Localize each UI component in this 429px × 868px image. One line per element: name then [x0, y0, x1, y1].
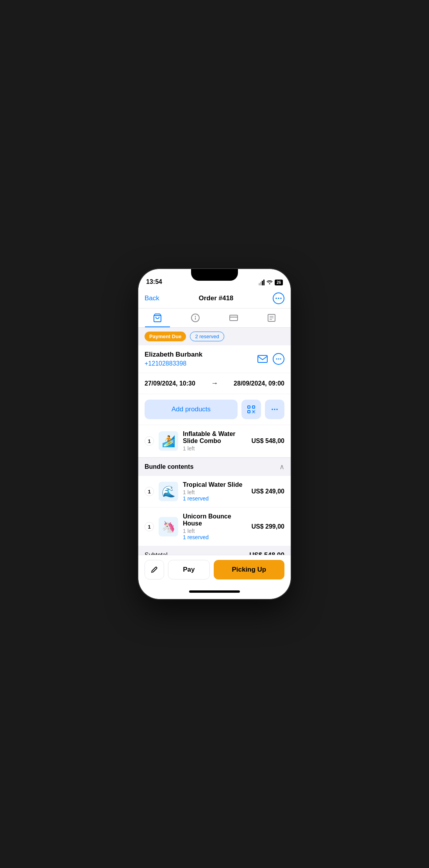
svg-rect-7 [230, 315, 238, 321]
page-title: Order #418 [198, 294, 233, 302]
tab-bar [138, 308, 291, 328]
product-image: 🏄 [159, 431, 178, 451]
customer-more-button[interactable] [273, 353, 284, 365]
add-products-row: Add products [138, 394, 291, 425]
bundle-item-reserved: 1 reserved [183, 534, 247, 540]
svg-point-15 [278, 358, 279, 359]
product-name: Inflatable & Water Slide Combo [183, 430, 247, 445]
bundle-header[interactable]: Bundle contents ∧ [138, 457, 291, 476]
product-availability: 1 left [183, 445, 247, 452]
customer-card: Elizabeth Burbank +12102883398 [138, 345, 291, 373]
product-price: US$ 548,00 [251, 438, 284, 445]
bundle-chevron-icon: ∧ [279, 463, 284, 471]
scan-button[interactable] [241, 400, 261, 419]
bundle-title: Bundle contents [145, 463, 193, 470]
tab-list[interactable] [259, 312, 284, 324]
svg-rect-18 [252, 406, 255, 408]
bundle-item: 1 🌊 Tropical Water Slide 1 left 1 reserv… [138, 476, 291, 508]
bundle-item-reserved: 1 reserved [183, 495, 247, 502]
subtotal-row: Subtotal US$ 548,00 [138, 546, 291, 555]
reserved-badge: 2 reserved [190, 332, 224, 341]
bundle-item-details: Tropical Water Slide 1 left 1 reserved [183, 481, 247, 502]
pickup-button[interactable]: Picking Up [214, 560, 284, 579]
tab-info[interactable] [183, 312, 208, 324]
product-item: 1 🏄 Inflatable & Water Slide Combo 1 lef… [138, 425, 291, 457]
wifi-icon [266, 279, 273, 285]
bundle-item-qty: 1 [145, 522, 154, 531]
tab-payment[interactable] [221, 312, 246, 324]
signal-icon [259, 280, 265, 285]
start-date: 27/09/2024, 10:30 [145, 380, 195, 387]
tab-cart[interactable] [145, 312, 170, 324]
customer-actions [256, 353, 284, 365]
email-button[interactable] [256, 353, 269, 365]
date-arrow-icon: → [211, 379, 218, 387]
product-qty-badge: 1 [145, 436, 154, 446]
customer-name: Elizabeth Burbank [145, 351, 256, 359]
svg-point-1 [278, 298, 279, 299]
bundle-item-availability: 1 left [183, 489, 247, 495]
pay-button[interactable]: Pay [168, 560, 210, 579]
more-menu-button[interactable] [273, 292, 284, 304]
status-icons: 26 [259, 279, 283, 285]
svg-rect-19 [248, 411, 250, 413]
svg-point-2 [280, 298, 282, 299]
bundle-items: 1 🌊 Tropical Water Slide 1 left 1 reserv… [138, 476, 291, 546]
bundle-item-name: Unicorn Bounce House [183, 513, 247, 527]
payment-due-badge: Payment Due [145, 332, 186, 341]
subtotal-amount: US$ 548,00 [249, 551, 284, 555]
bundle-item-price: US$ 299,00 [251, 523, 284, 530]
home-indicator [189, 590, 240, 593]
svg-point-27 [274, 409, 275, 410]
bundle-item-name: Tropical Water Slide [183, 481, 247, 488]
status-badges-row: Payment Due 2 reserved [138, 328, 291, 345]
bundle-item-availability: 1 left [183, 528, 247, 534]
end-date: 28/09/2024, 09:00 [234, 380, 284, 387]
bundle-item: 1 🦄 Unicorn Bounce House 1 left 1 reserv… [138, 508, 291, 546]
bundle-item-qty: 1 [145, 487, 154, 496]
edit-button[interactable] [145, 560, 164, 579]
bundle-item-details: Unicorn Bounce House 1 left 1 reserved [183, 513, 247, 540]
status-time: 13:54 [146, 278, 162, 285]
svg-rect-13 [258, 355, 267, 362]
bundle-item-image: 🦄 [159, 517, 178, 536]
svg-point-26 [272, 409, 273, 410]
battery-icon: 26 [275, 280, 283, 285]
nav-header: Back Order #418 [138, 289, 291, 308]
svg-point-14 [276, 358, 277, 359]
svg-point-0 [275, 298, 277, 299]
bundle-item-image: 🌊 [159, 482, 178, 501]
date-range-card: 27/09/2024, 10:30 → 28/09/2024, 09:00 [138, 373, 291, 394]
product-more-button[interactable] [265, 400, 284, 419]
bundle-item-price: US$ 249,00 [251, 488, 284, 495]
customer-phone[interactable]: +12102883398 [145, 360, 256, 367]
customer-info: Elizabeth Burbank +12102883398 [145, 351, 256, 367]
add-products-button[interactable]: Add products [145, 400, 238, 419]
svg-point-16 [280, 358, 281, 359]
product-details: Inflatable & Water Slide Combo 1 left [183, 430, 247, 452]
svg-rect-17 [248, 406, 250, 408]
subtotal-label: Subtotal [145, 552, 168, 555]
scroll-content: Elizabeth Burbank +12102883398 [138, 345, 291, 555]
svg-point-28 [276, 409, 278, 410]
bottom-action-bar: Pay Picking Up [138, 555, 291, 590]
back-button[interactable]: Back [145, 294, 159, 302]
